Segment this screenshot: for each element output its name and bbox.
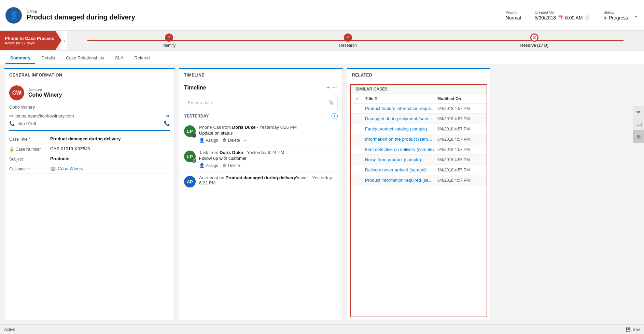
timeline-item-desc-1: Update on status (199, 130, 338, 136)
account-block: CW Account Coho Winery (9, 85, 170, 100)
similar-case-row-1: Damaged during shipment (sample) 6/4/201… (351, 114, 487, 124)
created-on-meta: Created On 5/30/2018 📅 6:00 AM 🕐 (535, 10, 590, 20)
grid-right-icon[interactable]: ⊞ (633, 130, 644, 143)
check-col-header: ✓ (355, 96, 362, 101)
similar-case-row-2: Faulty product catalog (sample) 6/4/2018… (351, 124, 487, 134)
case-title-2[interactable]: Faulty product catalog (sample) (365, 126, 435, 131)
more-button-1[interactable]: ··· (244, 138, 248, 143)
process-step-identify[interactable]: ✓ Identify (163, 33, 176, 48)
date-col-header: Modified On (437, 96, 482, 101)
general-info-panel: GENERAL INFORMATION CW Account Coho Wine… (4, 68, 175, 320)
assign-button-2[interactable]: 👤 Assign (199, 163, 218, 168)
account-label: Account (28, 88, 62, 92)
related-header: RELATED (347, 69, 490, 81)
process-collapse-icon[interactable]: ‹ (61, 31, 67, 50)
customer-link-icon: 🏢 (50, 166, 56, 171)
task-badge-2: ☑ (192, 158, 196, 163)
case-date-3: 6/4/2018 4:57 PM (437, 137, 482, 142)
case-title: Product damaged during delivery (27, 13, 506, 21)
more-button-2[interactable]: ··· (244, 163, 248, 168)
tab-case-relationships[interactable]: Case Relationships (61, 53, 109, 64)
timeline-more-icon[interactable]: ··· (333, 84, 338, 91)
post-title: Product damaged during delivery's (225, 175, 299, 180)
timeline-note-input[interactable]: Enter a note... 📎 (184, 97, 338, 108)
process-badge-title: Phone to Case Process (5, 36, 58, 41)
tab-details[interactable]: Details (37, 53, 60, 64)
case-title-3[interactable]: Information on the product (sample) (365, 137, 435, 142)
status-meta: Status In Progress (603, 10, 628, 20)
timeline-section-header: YESTERDAY ↓ i (179, 111, 342, 121)
status-value: In Progress (603, 15, 628, 20)
timeline-item-title-1: Phone Call from Doris Duke - Yesterday 6… (199, 125, 338, 130)
similar-case-row-5: Noise from product (sample) 6/4/2018 4:5… (351, 155, 487, 165)
account-name: Coho Winery (28, 92, 62, 98)
created-on-value: 5/30/2018 📅 6:00 AM 🕐 (535, 15, 590, 20)
assign-icon-2: 👤 (199, 163, 205, 168)
customer-value[interactable]: 🏢 Coho Winery (50, 166, 170, 171)
process-step-research[interactable]: ✓ Research (339, 33, 356, 48)
timeline-toolbar: Timeline + ··· (179, 81, 342, 94)
title-col-header[interactable]: Title ⇅ (365, 96, 435, 101)
subject-value: Products (50, 156, 170, 161)
priority-label: Priority (506, 10, 517, 14)
more-icon-2: ··· (244, 163, 248, 168)
timeline-item-desc-2: Follow up with customer (199, 156, 338, 161)
account-name-sub: Coho Winery (9, 105, 170, 110)
header-chevron-icon[interactable]: ⌄ (633, 12, 639, 19)
edit-right-icon[interactable]: ✏ (633, 106, 644, 118)
case-number-value: CAS-01019-K0Z5J3 (50, 146, 170, 151)
timeline-item-3: AP Auto-post on Product damaged during d… (179, 172, 342, 191)
phone-action-icon[interactable]: 📞 (164, 121, 170, 126)
author-1: Doris Duke (232, 125, 256, 130)
tab-sla[interactable]: SLA (110, 53, 128, 64)
case-title-6[interactable]: Delivery never arrived (sample) (365, 167, 435, 172)
email-action-icon[interactable]: ⇒ (166, 113, 170, 119)
author-2: Doris Duke (220, 150, 243, 155)
case-title-0[interactable]: Product feature information requir... (365, 106, 435, 111)
process-step-resolve[interactable]: ⊙ Resolve (17 D) (520, 33, 549, 48)
book-right-icon[interactable]: 📖 (633, 118, 644, 130)
case-title-1[interactable]: Damaged during shipment (sample) (365, 116, 435, 121)
process-badge-sub: Active for 17 days (5, 41, 58, 45)
phone-badge-1: 📞 (192, 133, 196, 138)
customer-name: Coho Winery (58, 166, 83, 171)
delete-button-1[interactable]: 🗑 Delete (222, 138, 240, 143)
created-on-label: Created On (535, 10, 554, 14)
email-value: jenna.dean@cohowinery.com (16, 113, 74, 119)
tab-summary[interactable]: Summary (5, 53, 35, 64)
timeline-avatar-2: LP ☑ (184, 151, 196, 162)
tab-related[interactable]: Related (130, 53, 155, 64)
case-title-4[interactable]: Item defective on delivery (sample) (365, 147, 435, 152)
info-icon[interactable]: i (332, 113, 338, 119)
delete-button-2[interactable]: 🗑 Delete (222, 163, 240, 168)
assign-label-1: Assign (206, 138, 218, 143)
timeline-add-icon[interactable]: + (326, 84, 330, 91)
case-date-5: 6/4/2018 4:57 PM (437, 157, 482, 162)
process-badge: Phone to Case Process Active for 17 days (0, 31, 61, 50)
case-title-5[interactable]: Noise from product (sample) (365, 157, 435, 162)
similar-cases-header: SIMILAR CASES (351, 85, 487, 94)
process-steps: ✓ Identify ✓ Research ⊙ Resolve (17 D) (67, 33, 644, 48)
case-date-2: 6/4/2018 4:57 PM (437, 127, 482, 131)
clock-icon: 🕐 (585, 15, 590, 20)
sort-down-icon[interactable]: ↓ (326, 113, 328, 119)
similar-case-row-0: Product feature information requir... 6/… (351, 103, 487, 114)
similar-case-row-3: Information on the product (sample) 6/4/… (351, 134, 487, 144)
similar-cases-rows: Product feature information requir... 6/… (351, 103, 487, 185)
case-title-value: Product damaged during delivery (50, 136, 170, 141)
attachment-icon[interactable]: 📎 (328, 100, 334, 105)
assign-button-1[interactable]: 👤 Assign (199, 138, 218, 143)
form-section: Case Title * Product damaged during deli… (9, 130, 170, 174)
priority-value: Normal (506, 15, 521, 20)
timeline-item-actions-2: 👤 Assign 🗑 Delete ··· (199, 163, 338, 168)
case-date-6: 6/4/2018 4:57 PM (437, 168, 482, 172)
header-meta: Priority Normal Created On 5/30/2018 📅 6… (506, 10, 628, 20)
main-content: GENERAL INFORMATION CW Account Coho Wine… (0, 64, 644, 324)
timeline-item-body-2: Task from Doris Duke - Yesterday 6:24 PM… (199, 150, 338, 168)
case-title-7[interactable]: Product information required (sam... (365, 178, 435, 183)
process-step-circle-research: ✓ (344, 33, 352, 42)
timeline-header: TIMELINE (179, 69, 342, 81)
case-date-1: 6/4/2018 4:57 PM (437, 116, 482, 121)
timeline-section-icons: ↓ i (326, 113, 338, 119)
required-star2: * (28, 167, 30, 171)
